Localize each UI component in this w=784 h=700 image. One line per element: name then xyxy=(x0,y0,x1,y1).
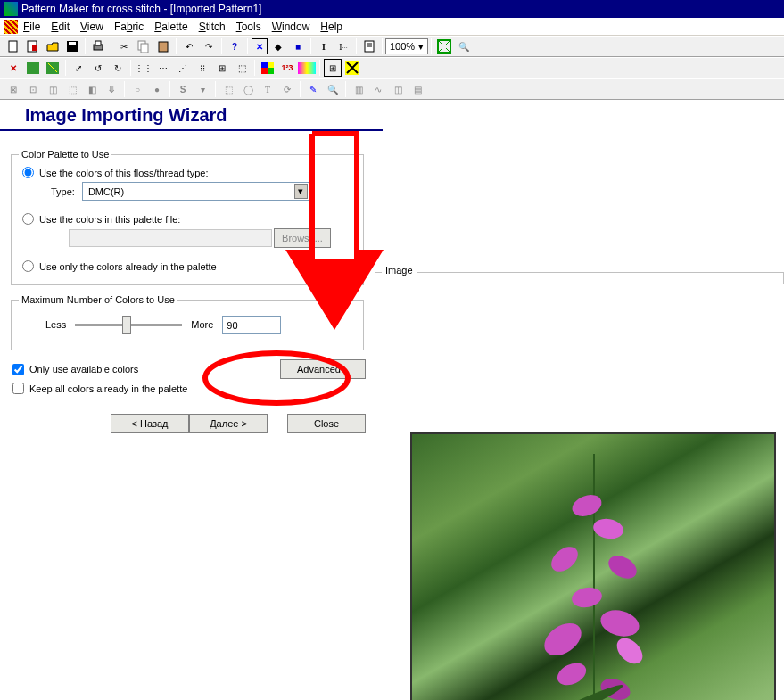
s-icon[interactable]: S xyxy=(174,80,192,98)
square-icon[interactable]: ■ xyxy=(289,37,307,55)
chevron-down-icon: ▾ xyxy=(294,184,308,199)
text-icon[interactable]: T xyxy=(259,80,276,98)
colors-value-input[interactable]: 90 xyxy=(222,316,281,334)
shape3-icon[interactable]: ◫ xyxy=(44,80,62,98)
menu-file[interactable]: File xyxy=(23,21,40,33)
open-icon[interactable] xyxy=(44,37,62,55)
max-colors-group: Maximum Number of Colors to Use Less Mor… xyxy=(11,294,364,350)
marquee-icon[interactable]: ⬚ xyxy=(219,80,237,98)
s-dd-icon[interactable]: ▾ xyxy=(194,80,211,98)
stitch2-icon[interactable] xyxy=(44,59,62,77)
advanced-button[interactable]: Advanced... xyxy=(280,359,366,379)
expand-icon[interactable]: ⤢ xyxy=(70,59,87,77)
menu-tools[interactable]: Tools xyxy=(236,21,261,33)
menu-edit[interactable]: Edit xyxy=(51,21,70,33)
svg-rect-14 xyxy=(27,62,39,74)
type-dropdown[interactable]: DMC(R) ▾ xyxy=(82,182,310,201)
diamond-icon[interactable]: ◆ xyxy=(269,37,287,55)
more-label: More xyxy=(191,319,213,330)
keep-existing-checkbox[interactable] xyxy=(12,383,24,394)
radio-floss-type[interactable] xyxy=(22,167,34,178)
shape5-icon[interactable]: ◧ xyxy=(83,80,101,98)
radio-palette-file[interactable] xyxy=(22,213,34,225)
help-icon[interactable]: ? xyxy=(226,37,243,55)
new-pattern-icon[interactable] xyxy=(24,37,42,55)
menu-stitch[interactable]: Stitch xyxy=(199,21,226,33)
svg-rect-19 xyxy=(268,68,274,74)
only-available-checkbox[interactable] xyxy=(12,364,24,375)
crop-icon[interactable]: ⬚ xyxy=(233,59,251,77)
ellipse-icon[interactable]: ◯ xyxy=(239,80,257,98)
shape2-icon[interactable]: ⊡ xyxy=(24,80,42,98)
text-i2-icon[interactable]: I… xyxy=(334,37,352,55)
pencil-icon[interactable]: ✎ xyxy=(304,80,322,98)
redo-icon[interactable]: ↷ xyxy=(200,37,218,55)
palette-icon[interactable] xyxy=(259,59,276,77)
next-button[interactable]: Далее > xyxy=(189,414,268,433)
toolbar-2: ✕ ⤢ ↺ ↻ ⋮⋮ ⋯ ⋰ ⁝⁝ ⊞ ⬚ 1²3 ⊞ xyxy=(0,57,784,78)
doc-icon2[interactable] xyxy=(360,37,378,55)
align1-icon[interactable]: ⋮⋮ xyxy=(135,59,153,77)
save-icon[interactable] xyxy=(63,37,81,55)
dot-icon[interactable]: ● xyxy=(148,80,166,98)
paste-icon[interactable] xyxy=(154,37,172,55)
colors-slider[interactable] xyxy=(75,324,182,326)
menu-fabric[interactable]: Fabric xyxy=(114,21,144,33)
svg-rect-18 xyxy=(261,68,268,74)
preview-image xyxy=(410,432,776,700)
align4-icon[interactable]: ⁝⁝ xyxy=(194,59,211,77)
menu-palette[interactable]: Palette xyxy=(154,21,187,33)
copy-icon[interactable] xyxy=(135,37,153,55)
close-button[interactable]: Close xyxy=(287,414,366,433)
grid-icon[interactable]: ⊞ xyxy=(324,59,342,77)
circle-icon[interactable]: ○ xyxy=(128,80,146,98)
gradient-icon[interactable] xyxy=(298,59,316,77)
new-icon[interactable] xyxy=(4,37,22,55)
curve-icon[interactable]: ∿ xyxy=(369,80,387,98)
stitch1-icon[interactable] xyxy=(24,59,42,77)
fit-icon[interactable] xyxy=(435,37,453,55)
rotate2-icon[interactable]: ⟳ xyxy=(278,80,296,98)
back-button[interactable]: < Назад xyxy=(111,414,189,433)
layout2-icon[interactable]: ◫ xyxy=(389,80,407,98)
shape4-icon[interactable]: ⬚ xyxy=(63,80,81,98)
svg-rect-6 xyxy=(95,41,101,45)
menu-bar: File Edit View Fabric Palette Stitch Too… xyxy=(0,18,784,36)
rotate-cw-icon[interactable]: ↻ xyxy=(109,59,127,77)
rotate-ccw-icon[interactable]: ↺ xyxy=(89,59,107,77)
browse-button: Browse... xyxy=(274,228,331,248)
align3-icon[interactable]: ⋰ xyxy=(174,59,192,77)
undo-icon[interactable]: ↶ xyxy=(180,37,198,55)
svg-rect-8 xyxy=(141,44,148,53)
radio-floss-label: Use the colors of this floss/thread type… xyxy=(39,168,209,178)
menu-view[interactable]: View xyxy=(80,21,103,33)
slider-thumb[interactable] xyxy=(122,316,131,334)
svg-rect-2 xyxy=(32,45,37,51)
image-legend: Image xyxy=(382,265,417,276)
type-label: Type: xyxy=(51,186,75,197)
menu-help[interactable]: Help xyxy=(320,21,342,33)
radio-already-in-palette[interactable] xyxy=(22,260,34,272)
flower-stem xyxy=(593,454,595,701)
image-panel xyxy=(375,272,784,284)
cut-icon[interactable]: ✂ xyxy=(115,37,133,55)
magnify-icon[interactable]: 🔍 xyxy=(455,37,473,55)
text-i-icon[interactable]: I xyxy=(315,37,333,55)
layout1-icon[interactable]: ▥ xyxy=(350,80,367,98)
zoom-combo[interactable]: 100%▾ xyxy=(385,38,428,54)
svg-rect-16 xyxy=(261,62,268,68)
menu-window[interactable]: Window xyxy=(272,21,310,33)
shape1-icon[interactable]: ⊠ xyxy=(4,80,22,98)
cross-icon[interactable]: ✕ xyxy=(252,38,268,54)
layout3-icon[interactable]: ▤ xyxy=(409,80,426,98)
number-icon[interactable]: 1²3 xyxy=(278,59,296,77)
dropper-icon[interactable]: ⤋ xyxy=(103,80,120,98)
max-colors-legend: Maximum Number of Colors to Use xyxy=(19,294,177,305)
align2-icon[interactable]: ⋯ xyxy=(154,59,172,77)
align5-icon[interactable]: ⊞ xyxy=(213,59,231,77)
x-yellow-icon[interactable] xyxy=(343,59,361,77)
x-red-icon[interactable]: ✕ xyxy=(4,59,22,77)
print-icon[interactable] xyxy=(89,37,107,55)
magnify2-icon[interactable]: 🔍 xyxy=(324,80,342,98)
palette-file-input xyxy=(69,229,272,247)
